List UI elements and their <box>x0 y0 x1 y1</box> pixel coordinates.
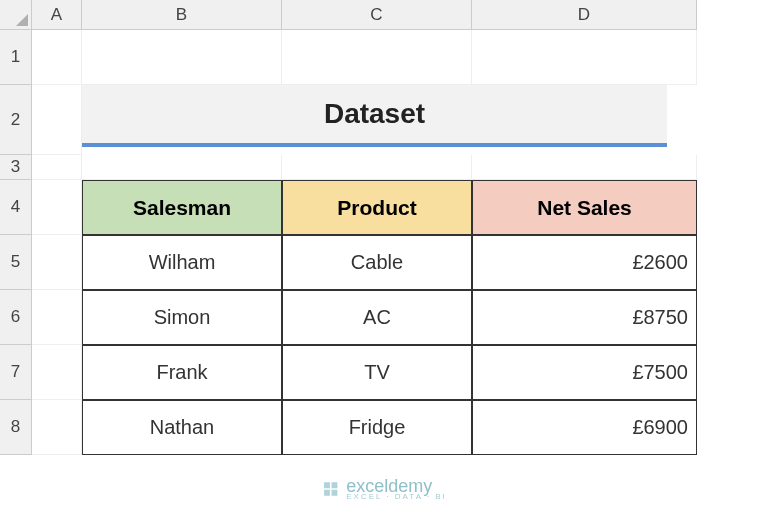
cell-salesman-0[interactable]: Wilham <box>82 235 282 290</box>
cell-netsales-2[interactable]: £7500 <box>472 345 697 400</box>
cell-product-0[interactable]: Cable <box>282 235 472 290</box>
cell-product-1[interactable]: AC <box>282 290 472 345</box>
header-netsales[interactable]: Net Sales <box>472 180 697 235</box>
cell-a7[interactable] <box>32 345 82 400</box>
row-header-8[interactable]: 8 <box>0 400 32 455</box>
header-product[interactable]: Product <box>282 180 472 235</box>
row-header-3[interactable]: 3 <box>0 155 32 180</box>
cell-netsales-3[interactable]: £6900 <box>472 400 697 455</box>
watermark: exceldemy EXCEL · DATA · BI <box>320 477 447 501</box>
title-cell[interactable]: Dataset <box>82 85 667 147</box>
cell-d3[interactable] <box>472 155 697 180</box>
exceldemy-icon <box>320 479 340 499</box>
cell-a5[interactable] <box>32 235 82 290</box>
cell-salesman-1[interactable]: Simon <box>82 290 282 345</box>
cell-d1[interactable] <box>472 30 697 85</box>
spreadsheet-grid: A B C D 1 2 Dataset 3 4 Salesman Product… <box>0 0 767 455</box>
cell-salesman-2[interactable]: Frank <box>82 345 282 400</box>
col-header-c[interactable]: C <box>282 0 472 30</box>
row-header-7[interactable]: 7 <box>0 345 32 400</box>
row-header-4[interactable]: 4 <box>0 180 32 235</box>
col-header-a[interactable]: A <box>32 0 82 30</box>
cell-c3[interactable] <box>282 155 472 180</box>
row-header-5[interactable]: 5 <box>0 235 32 290</box>
cell-product-3[interactable]: Fridge <box>282 400 472 455</box>
col-header-b[interactable]: B <box>82 0 282 30</box>
cell-c1[interactable] <box>282 30 472 85</box>
cell-b1[interactable] <box>82 30 282 85</box>
cell-a1[interactable] <box>32 30 82 85</box>
cell-salesman-3[interactable]: Nathan <box>82 400 282 455</box>
watermark-sub: EXCEL · DATA · BI <box>346 493 447 501</box>
cell-a3[interactable] <box>32 155 82 180</box>
cell-a6[interactable] <box>32 290 82 345</box>
cell-netsales-1[interactable]: £8750 <box>472 290 697 345</box>
cell-a8[interactable] <box>32 400 82 455</box>
cell-product-2[interactable]: TV <box>282 345 472 400</box>
header-salesman[interactable]: Salesman <box>82 180 282 235</box>
cell-a4[interactable] <box>32 180 82 235</box>
select-all-corner[interactable] <box>0 0 32 30</box>
col-header-d[interactable]: D <box>472 0 697 30</box>
row-header-6[interactable]: 6 <box>0 290 32 345</box>
cell-b3[interactable] <box>82 155 282 180</box>
row-header-1[interactable]: 1 <box>0 30 32 85</box>
row-header-2[interactable]: 2 <box>0 85 32 155</box>
cell-netsales-0[interactable]: £2600 <box>472 235 697 290</box>
cell-a2[interactable] <box>32 85 82 155</box>
